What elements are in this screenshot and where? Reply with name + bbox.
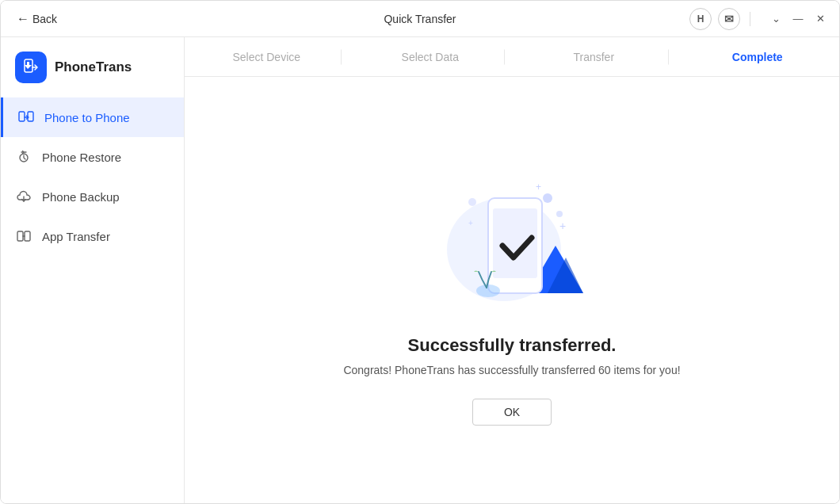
main-layout: PhoneTrans Phone to Phone [1, 37, 839, 503]
phone-backup-icon [15, 188, 32, 205]
app-transfer-icon [15, 227, 32, 245]
svg-point-7 [543, 193, 552, 203]
back-arrow-icon: ← [17, 12, 29, 26]
svg-rect-2 [28, 112, 33, 121]
sidebar-label-phone-backup: Phone Backup [42, 190, 120, 204]
window-title: Quick Transfer [384, 13, 456, 25]
sidebar-item-phone-to-phone[interactable]: Phone to Phone [1, 97, 184, 137]
sidebar-label-phone-restore: Phone Restore [42, 151, 121, 164]
step-transfer-label: Transfer [573, 51, 614, 63]
content-area: Select Device Select Data Transfer Compl… [185, 37, 839, 503]
email-button[interactable]: ✉ [718, 8, 740, 30]
svg-point-14 [476, 284, 500, 297]
step-transfer: Transfer [512, 37, 676, 76]
window-controls: ⌄ — ✕ [766, 10, 830, 29]
sidebar-label-app-transfer: App Transfer [42, 230, 110, 243]
svg-point-8 [556, 211, 563, 217]
chevron-button[interactable]: ⌄ [766, 10, 785, 29]
step-complete-label: Complete [732, 51, 783, 63]
close-button[interactable]: ✕ [811, 10, 830, 29]
sidebar-item-phone-backup[interactable]: Phone Backup [1, 177, 184, 216]
success-svg: + + + [425, 155, 599, 313]
app-name: PhoneTrans [55, 59, 132, 75]
svg-rect-1 [19, 112, 25, 121]
svg-text:+: + [559, 220, 566, 232]
svg-rect-13 [493, 208, 537, 278]
app-logo [15, 52, 47, 83]
help-button[interactable]: H [689, 8, 712, 30]
step-select-data: Select Data [349, 37, 513, 76]
divider [750, 12, 750, 26]
sidebar: PhoneTrans Phone to Phone [1, 37, 185, 503]
svg-text:+: + [536, 181, 541, 193]
title-bar-right: H ✉ ⌄ — ✕ [689, 8, 830, 30]
title-bar: ← Back Quick Transfer H ✉ ⌄ — ✕ [1, 1, 839, 37]
app-brand: PhoneTrans [1, 44, 184, 97]
step-select-data-label: Select Data [402, 51, 459, 63]
sidebar-item-phone-restore[interactable]: Phone Restore [1, 137, 184, 177]
title-bar-left: ← Back [10, 9, 63, 29]
svg-text:+: + [468, 219, 473, 227]
success-illustration: + + + [425, 155, 599, 313]
sidebar-label-phone-to-phone: Phone to Phone [44, 111, 130, 124]
svg-rect-5 [25, 231, 30, 241]
svg-point-9 [468, 198, 476, 206]
phone-to-phone-icon [17, 109, 35, 126]
step-select-device: Select Device [185, 37, 349, 76]
app-logo-icon [21, 58, 40, 77]
phone-restore-icon [15, 148, 32, 166]
sidebar-item-app-transfer[interactable]: App Transfer [1, 216, 184, 256]
step-complete: Complete [676, 37, 840, 76]
minimize-button[interactable]: — [788, 10, 808, 29]
step-select-device-label: Select Device [232, 51, 300, 63]
steps-bar: Select Device Select Data Transfer Compl… [185, 37, 839, 77]
success-subtitle: Congrats! PhoneTrans has successfully tr… [343, 364, 680, 376]
back-label: Back [32, 13, 57, 25]
success-title: Successfully transferred. [408, 335, 617, 356]
main-content: + + + Successfully transferred. Congrats… [185, 77, 839, 503]
ok-button[interactable]: OK [472, 399, 552, 426]
svg-rect-4 [17, 231, 23, 241]
back-button[interactable]: ← Back [10, 9, 63, 29]
